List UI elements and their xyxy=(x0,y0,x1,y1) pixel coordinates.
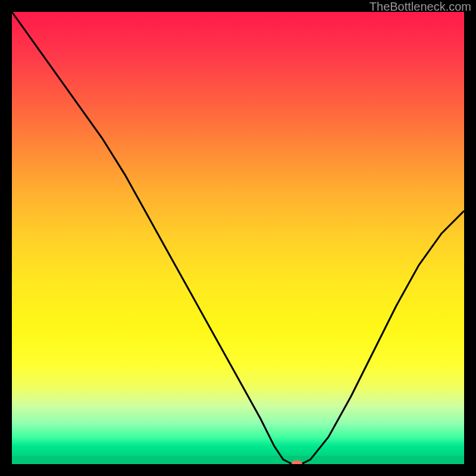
plot-area xyxy=(12,12,464,464)
optimal-point-marker xyxy=(292,461,302,464)
bottleneck-curve-svg xyxy=(12,12,464,464)
watermark-text: TheBottleneck.com xyxy=(369,0,471,14)
bottleneck-curve-path xyxy=(12,12,464,464)
